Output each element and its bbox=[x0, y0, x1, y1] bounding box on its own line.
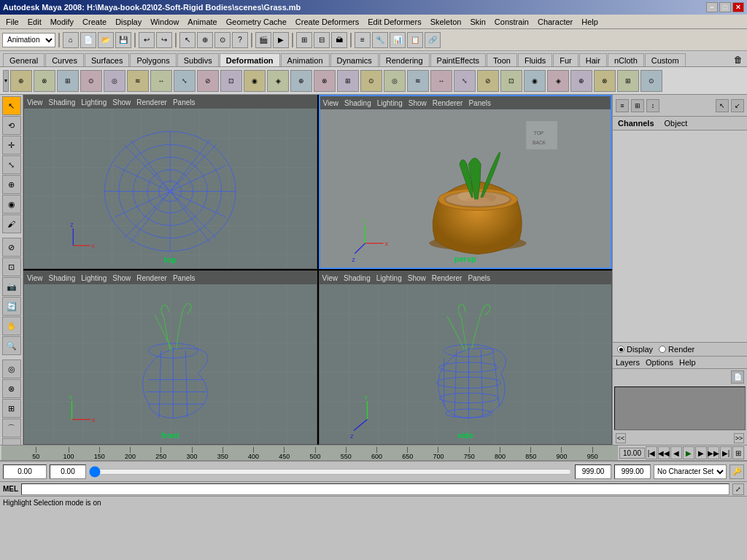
char-set-select[interactable]: No Character Set bbox=[654, 464, 727, 479]
vp-lighting-menu[interactable]: Lighting bbox=[81, 98, 107, 106]
viewport-front[interactable]: View Shading Lighting Show Renderer Pane… bbox=[23, 271, 317, 445]
orbit-tool[interactable]: 🔄 bbox=[2, 297, 21, 316]
shelf-icon-3[interactable]: ⊙ bbox=[80, 70, 102, 92]
shelf-icon-23[interactable]: ◈ bbox=[547, 70, 569, 92]
shelf-icon-15[interactable]: ⊙ bbox=[360, 70, 382, 92]
layers-menu[interactable]: Layers bbox=[616, 358, 640, 367]
select-btn[interactable]: ↖ bbox=[179, 32, 196, 48]
pan-tool[interactable]: ✋ bbox=[2, 316, 21, 335]
maximize-button[interactable]: □ bbox=[719, 2, 731, 12]
shelf-tab-fur[interactable]: Fur bbox=[553, 53, 578, 66]
shelf-tab-dynamics[interactable]: Dynamics bbox=[330, 53, 379, 66]
scroll-right-btn[interactable]: >> bbox=[734, 433, 744, 443]
range-start-input[interactable] bbox=[50, 464, 86, 479]
save-btn[interactable]: 💾 bbox=[115, 32, 131, 48]
shelf-icon-5[interactable]: ≋ bbox=[127, 70, 149, 92]
shelf-icon-27[interactable]: ⊙ bbox=[640, 70, 662, 92]
menu-constrain[interactable]: Constrain bbox=[490, 17, 533, 27]
vp-p-lighting-menu[interactable]: Lighting bbox=[377, 99, 403, 107]
shelf-tab-general[interactable]: General bbox=[3, 53, 44, 66]
menu-display[interactable]: Display bbox=[111, 17, 146, 27]
vp-view-menu[interactable]: View bbox=[27, 98, 43, 106]
shelf-icon-13[interactable]: ⊗ bbox=[314, 70, 336, 92]
vp-renderer-menu[interactable]: Renderer bbox=[136, 98, 167, 106]
shelf-tab-surfaces[interactable]: Surfaces bbox=[85, 53, 129, 66]
marquee-select[interactable]: ⊡ bbox=[2, 257, 21, 276]
shelf-icon-22[interactable]: ◉ bbox=[524, 70, 546, 92]
transform-tool[interactable]: ⊕ bbox=[2, 175, 21, 194]
menu-create[interactable]: Create bbox=[78, 17, 111, 27]
help-btn[interactable]: ? bbox=[232, 32, 248, 48]
vp-s-lighting-menu[interactable]: Lighting bbox=[376, 274, 402, 282]
vp-s-show-menu[interactable]: Show bbox=[408, 274, 426, 282]
menu-skeleton[interactable]: Skeleton bbox=[426, 17, 466, 27]
rp-list-icon[interactable]: ≡ bbox=[616, 99, 629, 112]
menu-create deformers[interactable]: Create Deformers bbox=[291, 17, 363, 27]
close-button[interactable]: ✕ bbox=[732, 2, 744, 12]
vp-s-renderer-menu[interactable]: Renderer bbox=[432, 274, 462, 282]
redo-btn[interactable]: ↪ bbox=[156, 32, 172, 48]
shelf-icon-11[interactable]: ◈ bbox=[267, 70, 289, 92]
help-menu[interactable]: Help bbox=[679, 358, 696, 367]
menu-geometry cache[interactable]: Geometry Cache bbox=[222, 17, 291, 27]
anim-key-icon[interactable]: 🔑 bbox=[729, 464, 744, 479]
home-btn[interactable]: ⌂ bbox=[63, 32, 79, 48]
tl-prev-btn[interactable]: ◀ bbox=[670, 446, 682, 459]
shelf-tab-fluids[interactable]: Fluids bbox=[518, 53, 552, 66]
viewport-side[interactable]: View Shading Lighting Show Renderer Pane… bbox=[319, 271, 613, 445]
zoom-tool[interactable]: 🔍 bbox=[2, 336, 21, 355]
snap-curve[interactable]: ⌒ bbox=[2, 419, 21, 438]
undo-btn[interactable]: ↩ bbox=[139, 32, 155, 48]
show-manip[interactable]: ◎ bbox=[2, 359, 21, 378]
vp-p-view-menu[interactable]: View bbox=[323, 99, 339, 107]
vp-f-show-menu[interactable]: Show bbox=[112, 274, 131, 282]
rotate-tool[interactable]: ⟲ bbox=[2, 116, 21, 135]
shelf-trash-icon[interactable]: 🗑 bbox=[729, 53, 747, 66]
vp-panels-menu[interactable]: Panels bbox=[173, 98, 196, 106]
shelf-icon-2[interactable]: ⊞ bbox=[57, 70, 79, 92]
shelf-tab-ncloth[interactable]: nCloth bbox=[608, 53, 644, 66]
mel-input[interactable] bbox=[21, 483, 729, 495]
select-tool[interactable]: ↖ bbox=[2, 96, 21, 115]
mode-select[interactable]: Animation Modeling Dynamics Rendering bbox=[2, 33, 55, 47]
shelf-icon-9[interactable]: ⊡ bbox=[220, 70, 242, 92]
scene-btn[interactable]: 🏔 bbox=[331, 32, 347, 48]
shelf-icon-18[interactable]: ↔ bbox=[430, 70, 452, 92]
vp-f-renderer-menu[interactable]: Renderer bbox=[136, 274, 167, 282]
vp-p-panels-menu[interactable]: Panels bbox=[468, 99, 491, 107]
new-scene-btn[interactable]: 📄 bbox=[80, 32, 96, 48]
rp-sort-icon[interactable]: ↕ bbox=[646, 99, 659, 112]
shelf-icon-8[interactable]: ⊘ bbox=[197, 70, 219, 92]
shelf-icon-19[interactable]: ⤡ bbox=[454, 70, 476, 92]
snap-btn[interactable]: ⊙ bbox=[214, 32, 231, 48]
timeline-ruler[interactable]: 5010015020025030035040045050055060065070… bbox=[1, 446, 618, 460]
tl-next-btn[interactable]: ▶ bbox=[695, 446, 707, 459]
viewport-top[interactable]: View Shading Lighting Show Renderer Pane… bbox=[23, 95, 317, 269]
object-tab[interactable]: Object bbox=[662, 118, 690, 128]
vp-p-show-menu[interactable]: Show bbox=[409, 99, 427, 107]
camera-tool[interactable]: 📷 bbox=[2, 277, 21, 296]
menu-window[interactable]: Window bbox=[146, 17, 183, 27]
move-tool[interactable]: ✛ bbox=[2, 136, 21, 155]
menu-help[interactable]: Help bbox=[577, 17, 603, 27]
vp-show-menu[interactable]: Show bbox=[112, 98, 131, 106]
vp-p-shading-menu[interactable]: Shading bbox=[344, 99, 371, 107]
channel-btn[interactable]: 📊 bbox=[390, 32, 406, 48]
grid-btn[interactable]: ⊞ bbox=[296, 32, 312, 48]
layout-btn[interactable]: ⊟ bbox=[314, 32, 330, 48]
lasso-btn[interactable]: ⊕ bbox=[197, 32, 213, 48]
vp-p-renderer-menu[interactable]: Renderer bbox=[433, 99, 463, 107]
vp-s-view-menu[interactable]: View bbox=[322, 274, 338, 282]
rp-grid-icon[interactable]: ⊞ bbox=[631, 99, 644, 112]
shelf-tab-animation[interactable]: Animation bbox=[281, 53, 330, 66]
tl-play-btn[interactable]: ▶ bbox=[683, 446, 694, 459]
menu-edit[interactable]: Edit bbox=[23, 17, 46, 27]
vp-shading-menu[interactable]: Shading bbox=[49, 98, 76, 106]
menu-modify[interactable]: Modify bbox=[46, 17, 78, 27]
shelf-icon-21[interactable]: ⊡ bbox=[500, 70, 522, 92]
shelf-icon-12[interactable]: ⊕ bbox=[290, 70, 312, 92]
tl-back-btn[interactable]: ◀◀ bbox=[658, 446, 670, 459]
vp-s-shading-menu[interactable]: Shading bbox=[344, 274, 371, 282]
ipr-btn[interactable]: ▶ bbox=[273, 32, 289, 48]
shelf-tab-subdivs[interactable]: Subdivs bbox=[177, 53, 219, 66]
